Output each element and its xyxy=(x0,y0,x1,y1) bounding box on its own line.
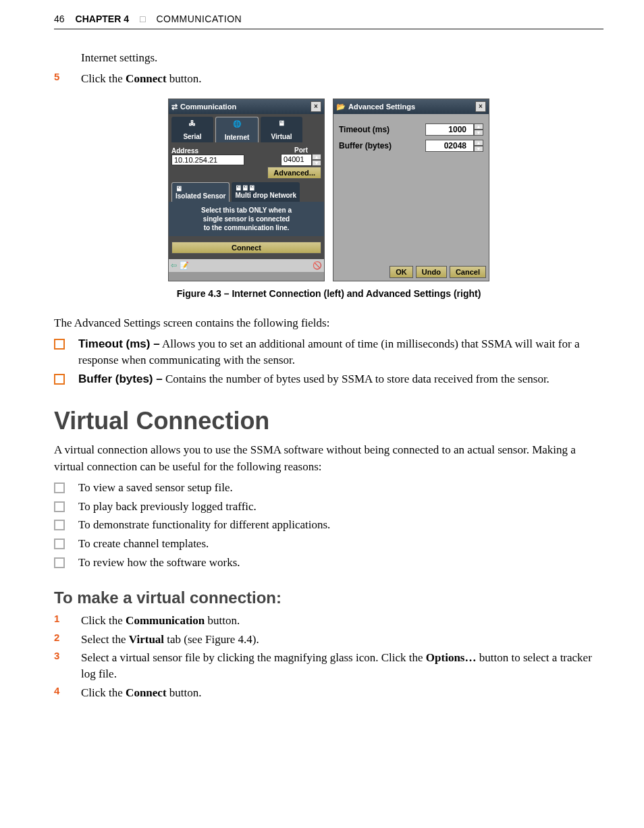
adv-intro-text: The Advanced Settings screen contains th… xyxy=(54,315,603,332)
cancel-button[interactable]: Cancel xyxy=(450,266,486,278)
close-icon[interactable]: × xyxy=(475,101,486,112)
ok-button[interactable]: OK xyxy=(390,266,413,278)
advanced-settings-dialog: 📂Advanced Settings × Timeout (ms) 1000 ▲… xyxy=(333,99,489,281)
bullet-reason-2: To play back previously logged traffic. xyxy=(54,499,603,515)
buffer-label: Buffer (bytes) xyxy=(339,141,392,150)
bullet-icon xyxy=(54,539,65,549)
section-heading: Virtual Connection xyxy=(54,407,603,435)
bullet-icon xyxy=(54,482,65,493)
app-icon: ⇄ xyxy=(171,103,178,111)
port-spinner[interactable]: ▲▼ xyxy=(312,154,321,166)
intro-line: Internet settings. xyxy=(81,50,603,67)
note-icon[interactable]: 📝 xyxy=(180,261,189,270)
connection-panel: Address 10.10.254.21 Port 04001 ▲▼ Advan… xyxy=(169,142,324,180)
buffer-spinner[interactable]: ▲▼ xyxy=(474,140,483,152)
port-label: Port xyxy=(281,146,321,154)
chapter-label: CHAPTER 4 xyxy=(76,13,129,24)
bullet-icon xyxy=(54,501,65,512)
connect-button[interactable]: Connect xyxy=(171,242,321,254)
close-icon[interactable]: × xyxy=(311,101,321,112)
dialog-titlebar: ⇄Communication × xyxy=(169,99,324,114)
bullet-icon xyxy=(54,339,65,350)
tab-internet[interactable]: 🌐Internet xyxy=(215,117,259,142)
bullet-reason-4: To create channel templates. xyxy=(54,536,603,552)
chapter-separator: □ xyxy=(140,13,145,24)
bullet-reason-3: To demonstrate functionality for differe… xyxy=(54,517,603,533)
figure-caption: Figure 4.3 – Internet Connection (left) … xyxy=(54,288,603,299)
bullet-text: To play back previously logged traffic. xyxy=(78,499,257,515)
undo-button[interactable]: Undo xyxy=(416,266,447,278)
figure-4-3: ⇄Communication × 🖧Serial 🌐Internet 🖥Virt… xyxy=(54,99,603,281)
bullet-icon xyxy=(54,557,65,568)
folder-icon: 📂 xyxy=(336,103,346,111)
bullet-text: Buffer (bytes) – Contains the number of … xyxy=(78,371,549,387)
step-text: Click the Communication button. xyxy=(81,613,240,629)
adv-body: Timeout (ms) 1000 ▲▼ Buffer (bytes) 0204… xyxy=(333,114,489,263)
buffer-input[interactable]: 02048 xyxy=(425,140,474,152)
sensor-note: Select this tab ONLY when a single senso… xyxy=(169,202,324,236)
bullet-icon xyxy=(54,520,65,530)
timeout-label: Timeout (ms) xyxy=(339,125,390,134)
port-input[interactable]: 04001 xyxy=(281,154,312,166)
sensor-mode-tabs: 🖥Isolated Sensor 🖥🖥🖥Multi drop Network xyxy=(169,180,324,202)
tab-multi-drop[interactable]: 🖥🖥🖥Multi drop Network xyxy=(232,182,300,202)
cancel-icon[interactable]: 🚫 xyxy=(313,261,322,270)
vc-step-3: 3 Select a virtual sensor file by clicki… xyxy=(54,650,603,682)
dialog-bottom-bar: ⇦ 📝 🚫 xyxy=(169,259,324,272)
address-input[interactable]: 10.10.254.21 xyxy=(171,155,244,165)
subsection-heading: To make a virtual connection: xyxy=(54,588,603,607)
communication-dialog: ⇄Communication × 🖧Serial 🌐Internet 🖥Virt… xyxy=(168,99,325,281)
bullet-timeout: Timeout (ms) – Allows you to set an addi… xyxy=(54,336,603,368)
step-text: Click the Connect button. xyxy=(81,685,202,701)
step-text: Select a virtual sensor file by clicking… xyxy=(81,650,603,682)
timeout-spinner[interactable]: ▲▼ xyxy=(474,123,483,136)
bullet-text: To create channel templates. xyxy=(78,536,209,552)
bullet-buffer: Buffer (bytes) – Contains the number of … xyxy=(54,371,603,387)
tab-isolated-sensor[interactable]: 🖥Isolated Sensor xyxy=(171,182,230,202)
bullet-reason-5: To review how the software works. xyxy=(54,555,603,571)
bullet-text: To demonstrate functionality for differe… xyxy=(78,517,330,533)
bullet-reason-1: To view a saved sensor setup file. xyxy=(54,480,603,496)
advanced-button[interactable]: Advanced... xyxy=(267,167,321,179)
timeout-input[interactable]: 1000 xyxy=(425,123,474,136)
chapter-title: COMMUNICATION xyxy=(156,13,242,24)
dialog-title: Communication xyxy=(180,103,236,111)
bullet-text: Timeout (ms) – Allows you to set an addi… xyxy=(78,336,603,368)
bullet-icon xyxy=(54,374,65,385)
tab-virtual[interactable]: 🖥Virtual xyxy=(261,117,302,142)
adv-titlebar: 📂Advanced Settings × xyxy=(333,99,489,114)
address-label: Address xyxy=(171,147,277,155)
bullet-text: To review how the software works. xyxy=(78,555,240,571)
vc-step-2: 2 Select the Virtual tab (see Figure 4.4… xyxy=(54,632,603,648)
connection-tabs: 🖧Serial 🌐Internet 🖥Virtual xyxy=(169,114,324,142)
bullet-text: To view a saved sensor setup file. xyxy=(78,480,233,496)
step-number: 5 xyxy=(54,71,68,87)
step-number: 1 xyxy=(54,613,68,629)
adv-title: Advanced Settings xyxy=(348,103,415,111)
page-header: 46 CHAPTER 4 □ COMMUNICATION xyxy=(54,13,603,30)
step-number: 3 xyxy=(54,650,68,682)
page-number: 46 xyxy=(54,13,65,24)
step-text: Click the Connect button. xyxy=(81,71,202,87)
step-number: 2 xyxy=(54,632,68,648)
step-text: Select the Virtual tab (see Figure 4.4). xyxy=(81,632,259,648)
adv-button-row: OK Undo Cancel xyxy=(333,263,489,281)
section-paragraph: A virtual connection allows you to use t… xyxy=(54,442,603,475)
step-5: 5 Click the Connect button. xyxy=(54,71,603,87)
step-number: 4 xyxy=(54,685,68,701)
tab-serial[interactable]: 🖧Serial xyxy=(171,117,213,142)
back-icon[interactable]: ⇦ xyxy=(171,261,177,270)
vc-step-4: 4 Click the Connect button. xyxy=(54,685,603,701)
vc-step-1: 1 Click the Communication button. xyxy=(54,613,603,629)
